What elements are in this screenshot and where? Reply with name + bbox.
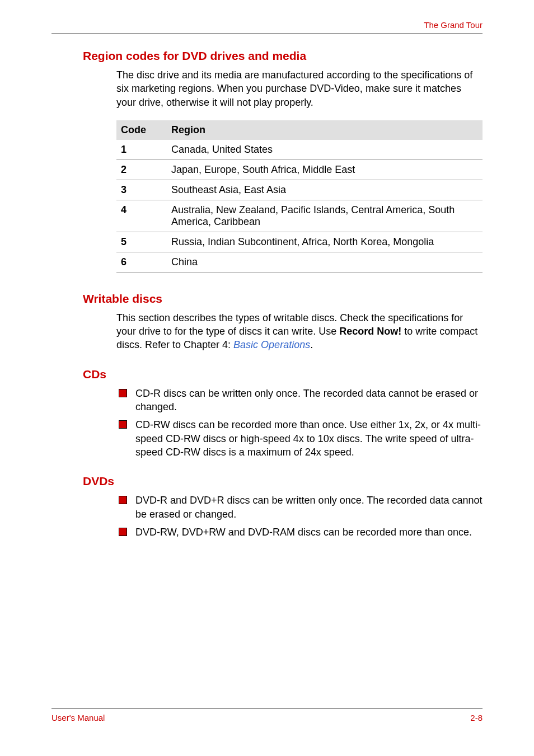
table-header-code: Code [116, 120, 167, 140]
header-title: The Grand Tour [424, 20, 483, 30]
table-cell-region: Canada, United States [167, 140, 483, 160]
heading-writable-discs: Writable discs [83, 292, 483, 306]
region-codes-section: Region codes for DVD drives and media Th… [83, 49, 483, 273]
table-cell-region: Russia, Indian Subcontinent, Africa, Nor… [167, 232, 483, 252]
table-cell-region: China [167, 252, 483, 272]
page-footer: User's Manual 2-8 [51, 708, 483, 722]
page-header: The Grand Tour [51, 20, 483, 34]
writable-intro-part3: . [310, 339, 313, 350]
table-row: 5 Russia, Indian Subcontinent, Africa, N… [116, 232, 483, 252]
table-row: 6 China [116, 252, 483, 272]
main-content: Region codes for DVD drives and media Th… [83, 49, 483, 555]
cds-list: CD-R discs can be written only once. The… [116, 387, 483, 459]
table-cell-code: 1 [116, 140, 167, 160]
heading-dvds: DVDs [83, 475, 483, 488]
table-cell-region: Australia, New Zealand, Pacific Islands,… [167, 200, 483, 232]
dvds-list: DVD-R and DVD+R discs can be written onl… [116, 494, 483, 539]
heading-cds: CDs [83, 368, 483, 381]
dvds-section: DVDs DVD-R and DVD+R discs can be writte… [83, 475, 483, 539]
footer-right: 2-8 [470, 713, 483, 722]
writable-intro-bold: Record Now! [339, 326, 401, 337]
cds-section: CDs CD-R discs can be written only once.… [83, 368, 483, 459]
table-row: 2 Japan, Europe, South Africa, Middle Ea… [116, 159, 483, 180]
writable-discs-intro: This section describes the types of writ… [116, 311, 483, 352]
list-item: DVD-R and DVD+R discs can be written onl… [116, 494, 483, 521]
basic-operations-link[interactable]: Basic Operations [233, 339, 310, 350]
table-header-region: Region [167, 120, 483, 140]
table-cell-region: Southeast Asia, East Asia [167, 180, 483, 200]
list-item: CD-R discs can be written only once. The… [116, 387, 483, 414]
table-cell-code: 4 [116, 200, 167, 232]
table-row: 3 Southeast Asia, East Asia [116, 180, 483, 200]
table-header-row: Code Region [116, 120, 483, 140]
list-item: DVD-RW, DVD+RW and DVD-RAM discs can be … [116, 525, 483, 539]
table-row: 1 Canada, United States [116, 140, 483, 160]
list-item: CD-RW discs can be recorded more than on… [116, 418, 483, 459]
footer-left: User's Manual [51, 713, 105, 722]
heading-region-codes: Region codes for DVD drives and media [83, 49, 483, 63]
region-codes-table: Code Region 1 Canada, United States 2 Ja… [116, 120, 483, 273]
table-cell-code: 5 [116, 232, 167, 252]
region-codes-intro: The disc drive and its media are manufac… [116, 68, 483, 109]
table-cell-code: 6 [116, 252, 167, 272]
table-cell-region: Japan, Europe, South Africa, Middle East [167, 159, 483, 180]
table-row: 4 Australia, New Zealand, Pacific Island… [116, 200, 483, 232]
table-cell-code: 3 [116, 180, 167, 200]
writable-discs-section: Writable discs This section describes th… [83, 292, 483, 352]
table-cell-code: 2 [116, 159, 167, 180]
